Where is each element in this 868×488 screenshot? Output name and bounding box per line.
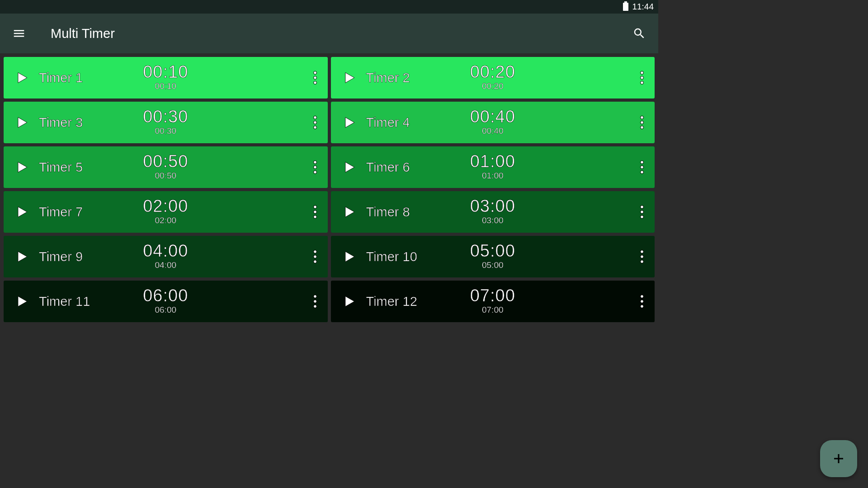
status-time: 11:44 bbox=[632, 2, 654, 12]
timer-times: 04:0004:00 bbox=[143, 242, 188, 270]
play-icon[interactable] bbox=[10, 249, 33, 264]
timer-remaining: 07:00 bbox=[470, 287, 515, 304]
timer-name: Timer 1 bbox=[39, 70, 83, 85]
timer-card[interactable]: Timer 702:0002:00 bbox=[4, 191, 328, 233]
timer-duration: 07:00 bbox=[470, 305, 515, 315]
timer-remaining: 00:50 bbox=[143, 153, 188, 170]
timer-card[interactable]: Timer 1207:0007:00 bbox=[331, 281, 655, 322]
more-icon[interactable] bbox=[636, 71, 648, 84]
timer-remaining: 01:00 bbox=[470, 153, 515, 170]
timer-remaining: 06:00 bbox=[143, 287, 188, 304]
timer-name: Timer 9 bbox=[39, 249, 83, 264]
timer-times: 01:0001:00 bbox=[470, 153, 515, 181]
more-icon[interactable] bbox=[309, 161, 321, 174]
timer-card[interactable]: Timer 200:2000:20 bbox=[331, 57, 655, 99]
timer-remaining: 03:00 bbox=[470, 197, 515, 215]
timer-card[interactable]: Timer 300:3000:30 bbox=[4, 102, 328, 143]
timer-name: Timer 10 bbox=[366, 249, 417, 264]
timer-remaining: 05:00 bbox=[470, 242, 515, 259]
play-icon[interactable] bbox=[337, 294, 360, 309]
timer-card[interactable]: Timer 1106:0006:00 bbox=[4, 281, 328, 322]
more-icon[interactable] bbox=[636, 206, 648, 218]
timer-times: 07:0007:00 bbox=[470, 287, 515, 315]
timer-times: 00:1000:10 bbox=[143, 63, 188, 91]
more-icon[interactable] bbox=[309, 295, 321, 308]
app-bar: Multi Timer bbox=[0, 14, 658, 53]
timer-duration: 05:00 bbox=[470, 260, 515, 270]
timer-times: 02:0002:00 bbox=[143, 197, 188, 225]
timer-name: Timer 6 bbox=[366, 160, 410, 175]
more-icon[interactable] bbox=[636, 250, 648, 263]
timer-times: 00:2000:20 bbox=[470, 63, 515, 91]
timer-name: Timer 5 bbox=[39, 160, 83, 175]
play-icon[interactable] bbox=[337, 160, 360, 175]
more-icon[interactable] bbox=[636, 295, 648, 308]
timer-times: 00:5000:50 bbox=[143, 153, 188, 181]
timer-card[interactable]: Timer 803:0003:00 bbox=[331, 191, 655, 233]
play-icon[interactable] bbox=[10, 70, 33, 85]
timer-remaining: 00:10 bbox=[143, 63, 188, 80]
timer-name: Timer 2 bbox=[366, 70, 410, 85]
timer-remaining: 00:20 bbox=[470, 63, 515, 80]
status-bar: 11:44 bbox=[0, 0, 658, 14]
timer-grid: Timer 100:1000:10Timer 200:2000:20Timer … bbox=[0, 53, 658, 326]
more-icon[interactable] bbox=[636, 116, 648, 129]
play-icon[interactable] bbox=[10, 294, 33, 309]
timer-card[interactable]: Timer 904:0004:00 bbox=[4, 236, 328, 277]
more-icon[interactable] bbox=[309, 71, 321, 84]
timer-times: 00:4000:40 bbox=[470, 108, 515, 136]
timer-card[interactable]: Timer 601:0001:00 bbox=[331, 146, 655, 188]
timer-times: 05:0005:00 bbox=[470, 242, 515, 270]
timer-name: Timer 4 bbox=[366, 115, 410, 130]
play-icon[interactable] bbox=[337, 249, 360, 264]
battery-icon bbox=[623, 3, 628, 11]
more-icon[interactable] bbox=[636, 161, 648, 174]
timer-duration: 00:30 bbox=[143, 126, 188, 136]
more-icon[interactable] bbox=[309, 116, 321, 129]
timer-duration: 00:40 bbox=[470, 126, 515, 136]
play-icon[interactable] bbox=[337, 204, 360, 220]
timer-remaining: 00:30 bbox=[143, 108, 188, 125]
timer-duration: 01:00 bbox=[470, 171, 515, 181]
timer-name: Timer 12 bbox=[366, 294, 417, 309]
menu-icon[interactable] bbox=[9, 23, 29, 43]
more-icon[interactable] bbox=[309, 250, 321, 263]
timer-card[interactable]: Timer 400:4000:40 bbox=[331, 102, 655, 143]
timer-name: Timer 8 bbox=[366, 205, 410, 220]
timer-card[interactable]: Timer 1005:0005:00 bbox=[331, 236, 655, 277]
timer-times: 06:0006:00 bbox=[143, 287, 188, 315]
timer-duration: 02:00 bbox=[143, 216, 188, 225]
timer-remaining: 00:40 bbox=[470, 108, 515, 125]
timer-duration: 06:00 bbox=[143, 305, 188, 315]
timer-name: Timer 11 bbox=[39, 294, 90, 309]
play-icon[interactable] bbox=[10, 115, 33, 130]
timer-card[interactable]: Timer 500:5000:50 bbox=[4, 146, 328, 188]
timer-remaining: 02:00 bbox=[143, 197, 188, 215]
search-icon[interactable] bbox=[629, 23, 649, 43]
timer-duration: 04:00 bbox=[143, 260, 188, 270]
play-icon[interactable] bbox=[10, 160, 33, 175]
timer-duration: 03:00 bbox=[470, 216, 515, 225]
timer-duration: 00:20 bbox=[470, 81, 515, 91]
timer-name: Timer 3 bbox=[39, 115, 83, 130]
play-icon[interactable] bbox=[337, 115, 360, 130]
timer-remaining: 04:00 bbox=[143, 242, 188, 259]
more-icon[interactable] bbox=[309, 206, 321, 218]
timer-card[interactable]: Timer 100:1000:10 bbox=[4, 57, 328, 99]
play-icon[interactable] bbox=[337, 70, 360, 85]
timer-times: 03:0003:00 bbox=[470, 197, 515, 225]
timer-times: 00:3000:30 bbox=[143, 108, 188, 136]
timer-name: Timer 7 bbox=[39, 205, 83, 220]
timer-duration: 00:10 bbox=[143, 81, 188, 91]
page-title: Multi Timer bbox=[51, 26, 115, 41]
timer-duration: 00:50 bbox=[143, 171, 188, 181]
play-icon[interactable] bbox=[10, 204, 33, 220]
